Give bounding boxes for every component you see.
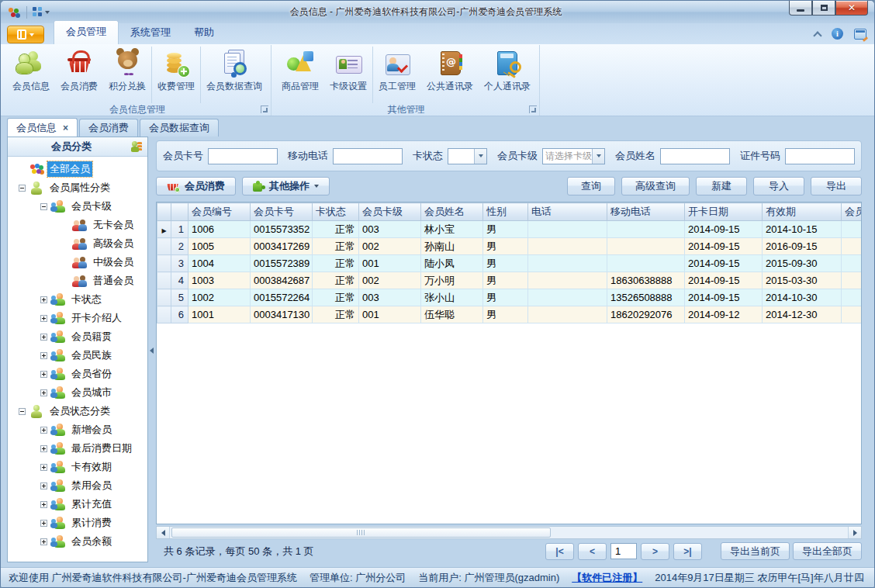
- table-row[interactable]: 2 1005 0003417269 正常 002 孙南山 男 2014-09-1…: [157, 238, 863, 255]
- dialog-launcher-icon[interactable]: [529, 105, 537, 113]
- table-row[interactable]: 1 1006 0015573352 正常 003 林小宝 男 2014-09-1…: [157, 221, 863, 238]
- ribbon-button[interactable]: 积分兑换: [103, 47, 151, 103]
- style-selector-icon[interactable]: [854, 29, 866, 40]
- ribbon-button[interactable]: 会员数据查询: [200, 47, 268, 103]
- close-tab-icon[interactable]: ×: [63, 123, 68, 133]
- tree-item[interactable]: 会员状态分类: [8, 402, 147, 420]
- table-row[interactable]: 6 1001 0003417130 正常 001 伍华聪 男 186202920…: [157, 306, 863, 323]
- column-header[interactable]: [157, 203, 171, 221]
- prev-page-button[interactable]: <: [578, 543, 607, 560]
- scroll-left-button[interactable]: [157, 527, 170, 538]
- tree-expander-icon[interactable]: [40, 464, 47, 471]
- table-row[interactable]: 4 1003 0003842687 正常 002 万小明 男 186306388…: [157, 272, 863, 289]
- tree-item[interactable]: 会员城市: [8, 383, 147, 402]
- ribbon-button[interactable]: 会员消费: [55, 47, 103, 103]
- dialog-launcher-icon[interactable]: [261, 105, 268, 113]
- mobile-input[interactable]: [333, 148, 403, 164]
- tree-item[interactable]: 普通会员: [8, 272, 147, 290]
- advanced-query-button[interactable]: 高级查询: [621, 177, 690, 195]
- column-header[interactable]: 移动电话: [607, 203, 685, 221]
- column-header[interactable]: 卡状态: [313, 203, 359, 221]
- tree-expander-icon[interactable]: [40, 203, 47, 210]
- document-tab[interactable]: 会员数据查询 ×: [140, 119, 219, 137]
- tree-item[interactable]: 全部会员: [8, 160, 147, 178]
- tree-expander-icon[interactable]: [19, 408, 26, 415]
- member-consume-button[interactable]: 会员消费: [156, 177, 236, 195]
- column-header[interactable]: 有效期: [763, 203, 842, 221]
- dropdown-button[interactable]: [474, 149, 486, 164]
- card-level-select[interactable]: 请选择卡级: [542, 148, 605, 164]
- tree-item[interactable]: 最后消费日期: [8, 439, 147, 458]
- column-header[interactable]: 电话: [528, 203, 607, 221]
- dropdown-button[interactable]: [592, 149, 604, 164]
- id-no-input[interactable]: [785, 148, 855, 164]
- tree-item[interactable]: 卡有效期: [8, 458, 147, 476]
- tree-item[interactable]: 会员卡级: [8, 197, 147, 216]
- tree-item[interactable]: 累计消费: [8, 514, 147, 532]
- column-header[interactable]: 会员编号: [188, 203, 251, 221]
- ribbon-tab[interactable]: 会员管理: [54, 20, 119, 44]
- ribbon-button[interactable]: 个人通讯录: [479, 47, 536, 103]
- tree-expander-icon[interactable]: [40, 296, 47, 303]
- quick-access-toolbar[interactable]: [33, 7, 50, 17]
- tree-expander-icon[interactable]: [19, 185, 26, 192]
- import-button[interactable]: 导入: [753, 177, 804, 195]
- column-header[interactable]: 会员姓名: [421, 203, 483, 221]
- license-link[interactable]: 【软件已注册】: [572, 571, 642, 585]
- ribbon-button[interactable]: 收费管理: [151, 47, 200, 103]
- column-header[interactable]: 开卡日期: [685, 203, 763, 221]
- ribbon-button[interactable]: 员工管理: [372, 47, 421, 103]
- document-tab[interactable]: 会员信息 ×: [7, 118, 78, 137]
- table-row[interactable]: 3 1004 0015572389 正常 001 陆小凤 男 2014-09-1…: [157, 255, 863, 272]
- scrollbar-thumb[interactable]: [171, 527, 551, 538]
- collapse-sidebar-icon[interactable]: [150, 348, 154, 354]
- tree-expander-icon[interactable]: [40, 483, 47, 489]
- sidebar-splitter[interactable]: [148, 137, 156, 562]
- column-header[interactable]: [171, 203, 188, 221]
- maximize-button[interactable]: [812, 1, 835, 16]
- table-row[interactable]: 5 1002 0015572264 正常 003 张小山 男 135265088…: [157, 289, 863, 306]
- application-menu-button[interactable]: [7, 26, 44, 43]
- ribbon-button[interactable]: 商品管理: [276, 47, 324, 103]
- tree-expander-icon[interactable]: [40, 334, 47, 341]
- tree-item[interactable]: 无卡会员: [8, 216, 147, 234]
- horizontal-scrollbar[interactable]: [156, 526, 862, 539]
- close-button[interactable]: ✕: [835, 1, 868, 16]
- other-operations-button[interactable]: 其他操作: [242, 177, 330, 195]
- ribbon-button[interactable]: 会员信息: [7, 47, 55, 103]
- tree-item[interactable]: 会员省份: [8, 365, 147, 383]
- tree-item[interactable]: 禁用会员: [8, 476, 147, 495]
- info-icon[interactable]: i: [832, 28, 843, 40]
- export-current-page-button[interactable]: 导出当前页: [721, 542, 790, 560]
- column-header[interactable]: 会员卡号: [251, 203, 313, 221]
- column-header[interactable]: 会员卡级: [359, 203, 421, 221]
- export-all-pages-button[interactable]: 导出全部页: [793, 542, 862, 560]
- tree-item[interactable]: 开卡介绍人: [8, 309, 147, 327]
- card-no-input[interactable]: [208, 148, 278, 164]
- tree-expander-icon[interactable]: [40, 445, 47, 452]
- next-page-button[interactable]: >: [641, 543, 669, 560]
- tree-expander-icon[interactable]: [40, 352, 47, 359]
- tree-item[interactable]: 会员属性分类: [8, 178, 147, 197]
- tree-item[interactable]: 新增会员: [8, 420, 147, 439]
- ribbon-tab[interactable]: 帮助: [182, 22, 226, 44]
- query-button[interactable]: 查询: [567, 177, 615, 195]
- ribbon-tab[interactable]: 系统管理: [119, 22, 182, 44]
- export-button[interactable]: 导出: [811, 177, 862, 195]
- column-header[interactable]: 性别: [483, 203, 528, 221]
- tree-expander-icon[interactable]: [40, 501, 47, 508]
- member-name-input[interactable]: [660, 148, 730, 164]
- page-number-input[interactable]: [610, 543, 637, 559]
- scroll-right-button[interactable]: [848, 527, 861, 538]
- tree-item[interactable]: 中级会员: [8, 253, 147, 272]
- collapse-ribbon-icon[interactable]: [814, 30, 821, 37]
- tree-expander-icon[interactable]: [40, 538, 47, 545]
- tree-expander-icon[interactable]: [40, 520, 47, 527]
- last-page-button[interactable]: >|: [673, 543, 702, 560]
- first-page-button[interactable]: |<: [545, 543, 574, 560]
- document-tab[interactable]: 会员消费 ×: [79, 119, 138, 137]
- tree-item[interactable]: 累计充值: [8, 495, 147, 514]
- tree-item[interactable]: 会员籍贯: [8, 327, 147, 346]
- category-manage-icon[interactable]: [131, 140, 144, 153]
- tree-item[interactable]: 卡状态: [8, 290, 147, 309]
